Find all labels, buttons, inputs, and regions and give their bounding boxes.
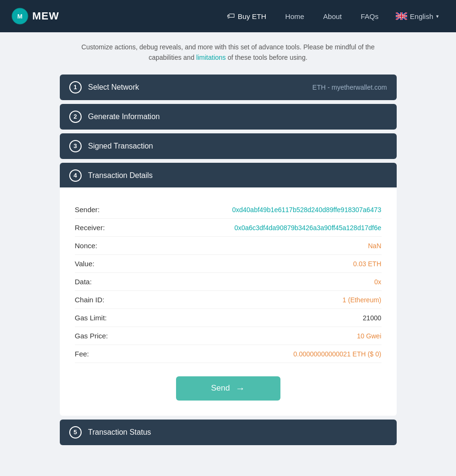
- nonce-row: Nonce: NaN: [75, 237, 382, 255]
- svg-text:M: M: [18, 13, 23, 20]
- logo[interactable]: M MEW: [11, 8, 59, 25]
- step-3-number: 3: [74, 142, 77, 149]
- step-1-title: Select Network: [88, 83, 306, 92]
- language-selector[interactable]: English ▾: [390, 9, 445, 24]
- step-4-section: 4 Transaction Details Sender: 0xd40abf49…: [60, 163, 397, 416]
- value-row: Value: 0.03 ETH: [75, 255, 382, 273]
- wallet-icon: 🏷: [227, 11, 235, 21]
- nonce-value: NaN: [368, 242, 381, 250]
- gas-price-label: Gas Price:: [75, 332, 108, 340]
- fee-value: 0.00000000000021 ETH ($ 0): [293, 350, 381, 358]
- limitations-link[interactable]: limitations: [196, 54, 226, 61]
- step-3-header[interactable]: 3 Signed Transaction: [60, 133, 397, 159]
- data-label: Data:: [75, 278, 92, 286]
- step-1-badge: ETH - myetherwallet.com: [312, 84, 387, 91]
- receiver-value: 0x0a6c3df4da90879b3426a3a90ff45a128d17df…: [234, 224, 382, 232]
- step-2-title: Generate Information: [88, 112, 387, 121]
- data-row: Data: 0x: [75, 273, 382, 291]
- fee-label: Fee:: [75, 350, 89, 358]
- receiver-row: Receiver: 0x0a6c3df4da90879b3426a3a90ff4…: [75, 219, 382, 237]
- step-1-circle: 1: [69, 81, 82, 93]
- step-4-header[interactable]: 4 Transaction Details: [60, 163, 397, 188]
- sender-row: Sender: 0xd40abf49b1e6117b528d240d89ffe9…: [75, 201, 382, 219]
- sender-value: 0xd40abf49b1e6117b528d240d89ffe918307a64…: [232, 206, 381, 214]
- gas-limit-row: Gas Limit: 21000: [75, 309, 382, 327]
- step-2-number: 2: [74, 113, 77, 120]
- buy-eth-label: Buy ETH: [238, 12, 266, 20]
- gas-price-value: 10 Gwei: [357, 332, 381, 340]
- step-4-circle: 4: [69, 169, 82, 182]
- step-5-header[interactable]: 5 Transaction Status: [60, 420, 397, 445]
- chevron-down-icon: ▾: [436, 13, 439, 19]
- step-4-number: 4: [74, 172, 77, 179]
- step-3-circle: 3: [69, 140, 82, 152]
- nav-about[interactable]: About: [316, 9, 349, 24]
- value-label: Value:: [75, 260, 94, 268]
- step-4-title: Transaction Details: [88, 171, 387, 180]
- language-label: English: [410, 12, 433, 20]
- step-2-circle: 2: [69, 111, 82, 123]
- nav-faqs[interactable]: FAQs: [353, 9, 386, 24]
- gas-price-row: Gas Price: 10 Gwei: [75, 327, 382, 345]
- uk-flag-icon: [396, 12, 407, 20]
- step-1-header[interactable]: 1 Select Network ETH - myetherwallet.com: [60, 75, 397, 100]
- navbar: M MEW 🏷 Buy ETH Home About FAQs: [0, 0, 456, 32]
- chain-id-row: Chain ID: 1 (Ethereum): [75, 291, 382, 309]
- step-2-header[interactable]: 2 Generate Information: [60, 104, 397, 130]
- arrow-right-icon: →: [235, 383, 245, 394]
- step-5-number: 5: [74, 429, 77, 436]
- main-content: Customize actions, debug reveals, and mo…: [0, 32, 456, 464]
- receiver-label: Receiver:: [75, 224, 105, 232]
- step-5-circle: 5: [69, 426, 82, 439]
- step-3-title: Signed Transaction: [88, 142, 387, 150]
- send-label: Send: [211, 383, 230, 393]
- step-1-number: 1: [74, 84, 77, 91]
- value-value: 0.03 ETH: [353, 260, 381, 268]
- send-button-wrapper: Send →: [75, 376, 382, 401]
- data-value: 0x: [374, 278, 382, 286]
- accordion: 1 Select Network ETH - myetherwallet.com…: [60, 75, 397, 445]
- logo-text: MEW: [32, 10, 59, 22]
- gas-limit-label: Gas Limit:: [75, 314, 107, 322]
- send-button[interactable]: Send →: [176, 376, 280, 401]
- nav-links: 🏷 Buy ETH Home About FAQs E: [219, 8, 445, 25]
- about-label: About: [323, 12, 342, 20]
- subtitle: Customize actions, debug reveals, and mo…: [8, 42, 448, 63]
- logo-icon: M: [11, 8, 28, 25]
- faqs-label: FAQs: [361, 12, 379, 20]
- gas-limit-value: 21000: [363, 314, 382, 322]
- svg-rect-10: [401, 12, 402, 20]
- nonce-label: Nonce:: [75, 242, 98, 250]
- fee-row: Fee: 0.00000000000021 ETH ($ 0): [75, 345, 382, 363]
- transaction-details-panel: Sender: 0xd40abf49b1e6117b528d240d89ffe9…: [60, 187, 397, 416]
- home-label: Home: [285, 12, 304, 20]
- nav-home[interactable]: Home: [278, 9, 312, 24]
- nav-buy-eth[interactable]: 🏷 Buy ETH: [219, 8, 274, 25]
- chain-id-label: Chain ID:: [75, 296, 105, 304]
- chain-id-value: 1 (Ethereum): [343, 296, 382, 304]
- step-5-title: Transaction Status: [88, 428, 387, 437]
- sender-label: Sender:: [75, 205, 100, 214]
